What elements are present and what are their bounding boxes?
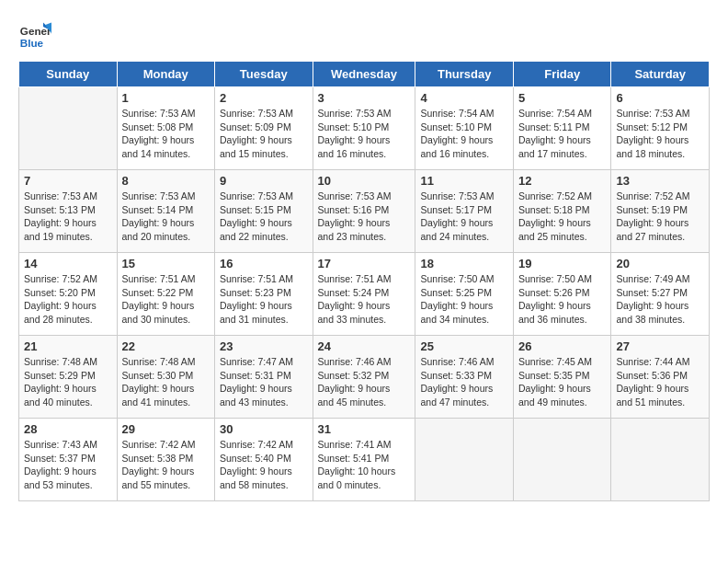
calendar-cell: 8Sunrise: 7:53 AM Sunset: 5:14 PM Daylig… [117, 170, 215, 253]
day-number: 29 [122, 422, 210, 436]
day-number: 17 [318, 257, 411, 270]
calendar-cell: 31Sunrise: 7:41 AM Sunset: 5:41 PM Dayli… [313, 419, 415, 501]
calendar-cell: 21Sunrise: 7:48 AM Sunset: 5:29 PM Dayli… [19, 336, 118, 419]
calendar-cell: 29Sunrise: 7:42 AM Sunset: 5:38 PM Dayli… [117, 419, 215, 501]
day-info: Sunrise: 7:53 AM Sunset: 5:10 PM Dayligh… [318, 107, 411, 161]
calendar-cell: 30Sunrise: 7:42 AM Sunset: 5:40 PM Dayli… [215, 419, 313, 501]
day-number: 26 [518, 339, 607, 353]
calendar-cell: 13Sunrise: 7:52 AM Sunset: 5:19 PM Dayli… [611, 170, 710, 253]
day-number: 13 [616, 174, 704, 188]
weekday-header-row: SundayMondayTuesdayWednesdayThursdayFrid… [19, 62, 710, 87]
day-info: Sunrise: 7:45 AM Sunset: 5:35 PM Dayligh… [518, 355, 607, 409]
calendar-cell: 18Sunrise: 7:50 AM Sunset: 5:25 PM Dayli… [415, 253, 514, 336]
day-info: Sunrise: 7:41 AM Sunset: 5:41 PM Dayligh… [318, 438, 411, 492]
week-row-1: 1Sunrise: 7:53 AM Sunset: 5:08 PM Daylig… [19, 87, 710, 170]
calendar-cell: 15Sunrise: 7:51 AM Sunset: 5:22 PM Dayli… [117, 253, 215, 336]
weekday-friday: Friday [513, 62, 611, 87]
calendar-cell: 25Sunrise: 7:46 AM Sunset: 5:33 PM Dayli… [415, 336, 514, 419]
calendar-cell [513, 419, 611, 501]
day-number: 28 [24, 422, 112, 436]
week-row-4: 21Sunrise: 7:48 AM Sunset: 5:29 PM Dayli… [19, 336, 710, 419]
day-number: 20 [616, 257, 704, 270]
day-info: Sunrise: 7:52 AM Sunset: 5:20 PM Dayligh… [24, 272, 112, 327]
day-number: 4 [420, 91, 508, 105]
day-number: 15 [122, 257, 210, 270]
day-number: 31 [318, 422, 411, 436]
day-number: 14 [24, 257, 112, 270]
day-number: 7 [24, 174, 112, 188]
calendar-cell: 11Sunrise: 7:53 AM Sunset: 5:17 PM Dayli… [415, 170, 514, 253]
logo: General Blue [18, 18, 51, 52]
day-info: Sunrise: 7:53 AM Sunset: 5:16 PM Dayligh… [318, 190, 411, 244]
day-number: 11 [420, 174, 508, 188]
day-info: Sunrise: 7:49 AM Sunset: 5:27 PM Dayligh… [616, 272, 704, 327]
day-info: Sunrise: 7:53 AM Sunset: 5:09 PM Dayligh… [220, 107, 308, 161]
day-info: Sunrise: 7:53 AM Sunset: 5:15 PM Dayligh… [220, 190, 308, 244]
weekday-tuesday: Tuesday [215, 62, 313, 87]
day-info: Sunrise: 7:42 AM Sunset: 5:38 PM Dayligh… [122, 438, 210, 492]
day-info: Sunrise: 7:51 AM Sunset: 5:24 PM Dayligh… [318, 272, 411, 327]
day-info: Sunrise: 7:50 AM Sunset: 5:25 PM Dayligh… [420, 272, 508, 327]
day-number: 27 [616, 339, 704, 353]
calendar-cell: 3Sunrise: 7:53 AM Sunset: 5:10 PM Daylig… [313, 87, 415, 170]
day-number: 16 [220, 257, 308, 270]
calendar-cell: 22Sunrise: 7:48 AM Sunset: 5:30 PM Dayli… [117, 336, 215, 419]
day-number: 18 [420, 257, 508, 270]
day-number: 1 [122, 91, 210, 105]
calendar-cell: 16Sunrise: 7:51 AM Sunset: 5:23 PM Dayli… [215, 253, 313, 336]
day-number: 30 [220, 422, 308, 436]
calendar-cell: 10Sunrise: 7:53 AM Sunset: 5:16 PM Dayli… [313, 170, 415, 253]
week-row-2: 7Sunrise: 7:53 AM Sunset: 5:13 PM Daylig… [19, 170, 710, 253]
week-row-3: 14Sunrise: 7:52 AM Sunset: 5:20 PM Dayli… [19, 253, 710, 336]
calendar-cell: 9Sunrise: 7:53 AM Sunset: 5:15 PM Daylig… [215, 170, 313, 253]
day-info: Sunrise: 7:42 AM Sunset: 5:40 PM Dayligh… [220, 438, 308, 492]
day-info: Sunrise: 7:51 AM Sunset: 5:22 PM Dayligh… [122, 272, 210, 327]
calendar-cell: 24Sunrise: 7:46 AM Sunset: 5:32 PM Dayli… [313, 336, 415, 419]
calendar-cell [19, 87, 118, 170]
calendar-cell: 27Sunrise: 7:44 AM Sunset: 5:36 PM Dayli… [611, 336, 710, 419]
day-number: 5 [518, 91, 607, 105]
day-number: 9 [220, 174, 308, 188]
weekday-saturday: Saturday [611, 62, 710, 87]
day-number: 12 [518, 174, 607, 188]
day-info: Sunrise: 7:46 AM Sunset: 5:33 PM Dayligh… [420, 355, 508, 409]
day-number: 23 [220, 339, 308, 353]
day-info: Sunrise: 7:48 AM Sunset: 5:29 PM Dayligh… [24, 355, 112, 409]
calendar-cell: 5Sunrise: 7:54 AM Sunset: 5:11 PM Daylig… [513, 87, 611, 170]
day-number: 2 [220, 91, 308, 105]
day-info: Sunrise: 7:46 AM Sunset: 5:32 PM Dayligh… [318, 355, 411, 409]
logo-icon: General Blue [18, 18, 51, 52]
calendar-table: SundayMondayTuesdayWednesdayThursdayFrid… [18, 61, 710, 501]
calendar-cell: 7Sunrise: 7:53 AM Sunset: 5:13 PM Daylig… [19, 170, 118, 253]
calendar-cell [611, 419, 710, 501]
day-info: Sunrise: 7:52 AM Sunset: 5:19 PM Dayligh… [616, 190, 704, 244]
weekday-sunday: Sunday [19, 62, 118, 87]
calendar-cell: 12Sunrise: 7:52 AM Sunset: 5:18 PM Dayli… [513, 170, 611, 253]
calendar-cell: 14Sunrise: 7:52 AM Sunset: 5:20 PM Dayli… [19, 253, 118, 336]
calendar-cell: 26Sunrise: 7:45 AM Sunset: 5:35 PM Dayli… [513, 336, 611, 419]
day-number: 3 [318, 91, 411, 105]
day-info: Sunrise: 7:53 AM Sunset: 5:17 PM Dayligh… [420, 190, 508, 244]
calendar-cell: 6Sunrise: 7:53 AM Sunset: 5:12 PM Daylig… [611, 87, 710, 170]
day-info: Sunrise: 7:53 AM Sunset: 5:13 PM Dayligh… [24, 190, 112, 244]
day-info: Sunrise: 7:44 AM Sunset: 5:36 PM Dayligh… [616, 355, 704, 409]
weekday-wednesday: Wednesday [313, 62, 415, 87]
day-number: 6 [616, 91, 704, 105]
day-info: Sunrise: 7:53 AM Sunset: 5:14 PM Dayligh… [122, 190, 210, 244]
day-info: Sunrise: 7:54 AM Sunset: 5:10 PM Dayligh… [420, 107, 508, 161]
day-number: 25 [420, 339, 508, 353]
calendar-cell: 17Sunrise: 7:51 AM Sunset: 5:24 PM Dayli… [313, 253, 415, 336]
week-row-5: 28Sunrise: 7:43 AM Sunset: 5:37 PM Dayli… [19, 419, 710, 501]
calendar-cell: 1Sunrise: 7:53 AM Sunset: 5:08 PM Daylig… [117, 87, 215, 170]
calendar-cell: 23Sunrise: 7:47 AM Sunset: 5:31 PM Dayli… [215, 336, 313, 419]
calendar-cell: 19Sunrise: 7:50 AM Sunset: 5:26 PM Dayli… [513, 253, 611, 336]
day-number: 24 [318, 339, 411, 353]
page-header: General Blue [18, 18, 710, 52]
day-info: Sunrise: 7:53 AM Sunset: 5:12 PM Dayligh… [616, 107, 704, 161]
day-info: Sunrise: 7:52 AM Sunset: 5:18 PM Dayligh… [518, 190, 607, 244]
calendar-cell: 2Sunrise: 7:53 AM Sunset: 5:09 PM Daylig… [215, 87, 313, 170]
svg-text:Blue: Blue [20, 37, 44, 49]
calendar-cell: 4Sunrise: 7:54 AM Sunset: 5:10 PM Daylig… [415, 87, 514, 170]
weekday-thursday: Thursday [415, 62, 514, 87]
day-info: Sunrise: 7:47 AM Sunset: 5:31 PM Dayligh… [220, 355, 308, 409]
